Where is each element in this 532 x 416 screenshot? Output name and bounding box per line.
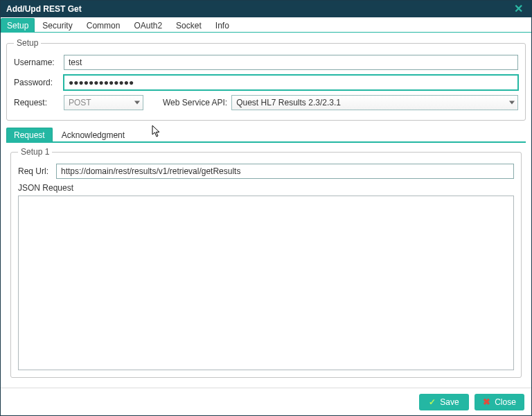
chevron-down-icon bbox=[134, 101, 140, 105]
username-label: Username: bbox=[14, 58, 64, 67]
password-label: Password: bbox=[14, 78, 64, 87]
webapi-value: Quest HL7 Results 2.3/2.3.1 bbox=[236, 98, 341, 107]
check-icon: ✓ bbox=[429, 397, 436, 407]
tab-oauth2[interactable]: OAuth2 bbox=[127, 18, 168, 33]
main-tabstrip: Setup Security Common OAuth2 Socket Info bbox=[1, 17, 531, 33]
setup-group: Setup Username: Password: Request: POST … bbox=[6, 38, 526, 121]
subtab-request[interactable]: Request bbox=[6, 128, 53, 142]
tab-common[interactable]: Common bbox=[80, 18, 127, 33]
tab-setup[interactable]: Setup bbox=[1, 18, 35, 33]
json-request-textarea[interactable] bbox=[18, 196, 514, 370]
setup-legend: Setup bbox=[14, 38, 41, 48]
webapi-label: Web Service API: bbox=[163, 98, 227, 107]
chevron-down-icon bbox=[509, 101, 515, 105]
tab-socket[interactable]: Socket bbox=[170, 18, 208, 33]
subtab-acknowledgment[interactable]: Acknowledgment bbox=[54, 128, 132, 142]
request-value: POST bbox=[69, 98, 91, 107]
close-label: Close bbox=[495, 397, 516, 407]
requrl-label: Req Url: bbox=[18, 166, 56, 176]
dialog-window: Add/Upd REST Get ✕ Setup Security Common… bbox=[0, 0, 532, 416]
setup1-legend: Setup 1 bbox=[18, 147, 52, 157]
webapi-combo[interactable]: Quest HL7 Results 2.3/2.3.1 bbox=[231, 95, 518, 110]
close-icon[interactable]: ✕ bbox=[511, 3, 526, 15]
username-input[interactable] bbox=[64, 55, 518, 70]
save-label: Save bbox=[440, 397, 459, 407]
request-combo[interactable]: POST bbox=[64, 95, 143, 110]
tab-security[interactable]: Security bbox=[36, 18, 78, 33]
footer: ✓ Save ✖ Close bbox=[1, 388, 531, 415]
setup1-group: Setup 1 Req Url: JSON Request bbox=[10, 147, 522, 378]
close-button[interactable]: ✖ Close bbox=[475, 394, 524, 410]
save-button[interactable]: ✓ Save bbox=[419, 394, 469, 410]
password-input[interactable] bbox=[64, 75, 518, 90]
requrl-input[interactable] bbox=[56, 164, 514, 179]
tab-info[interactable]: Info bbox=[209, 18, 236, 33]
window-title: Add/Upd REST Get bbox=[6, 4, 82, 14]
request-label: Request: bbox=[14, 98, 64, 107]
sub-tabstrip: Request Acknowledgment bbox=[6, 128, 526, 143]
json-request-label: JSON Request bbox=[18, 183, 514, 193]
close-icon: ✖ bbox=[483, 397, 490, 407]
titlebar: Add/Upd REST Get ✕ bbox=[1, 1, 531, 17]
